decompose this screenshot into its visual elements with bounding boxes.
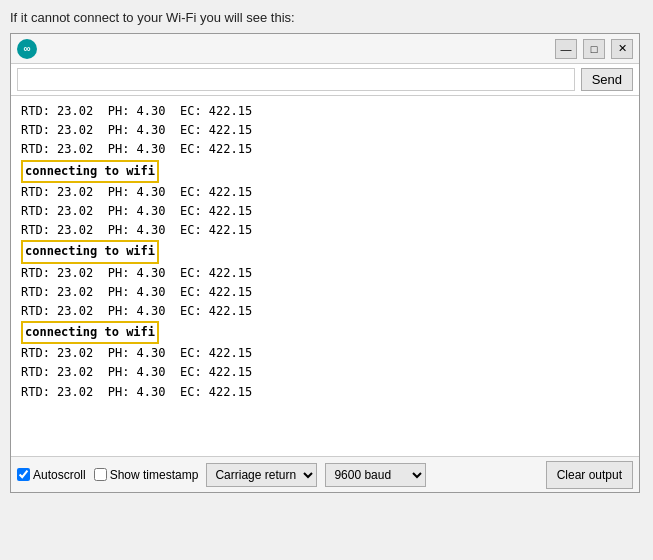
output-line: RTD: 23.02 PH: 4.30 EC: 422.15	[21, 102, 629, 121]
timestamp-checkbox[interactable]	[94, 468, 107, 481]
output-line: RTD: 23.02 PH: 4.30 EC: 422.15	[21, 121, 629, 140]
output-line: RTD: 23.02 PH: 4.30 EC: 422.15	[21, 264, 629, 283]
output-line: RTD: 23.02 PH: 4.30 EC: 422.15	[21, 344, 629, 363]
timestamp-checkbox-label[interactable]: Show timestamp	[94, 468, 199, 482]
title-bar: ∞ — □ ✕	[11, 34, 639, 64]
minimize-button[interactable]: —	[555, 39, 577, 59]
output-line: connecting to wifi	[21, 240, 629, 263]
output-line: RTD: 23.02 PH: 4.30 EC: 422.15	[21, 363, 629, 382]
serial-input[interactable]	[17, 68, 575, 91]
highlighted-output-line: connecting to wifi	[21, 321, 159, 344]
clear-output-button[interactable]: Clear output	[546, 461, 633, 489]
arduino-logo-icon: ∞	[17, 39, 37, 59]
intro-text: If it cannot connect to your Wi-Fi you w…	[10, 10, 643, 25]
output-area: RTD: 23.02 PH: 4.30 EC: 422.15RTD: 23.02…	[11, 96, 639, 456]
autoscroll-label: Autoscroll	[33, 468, 86, 482]
output-line: connecting to wifi	[21, 160, 629, 183]
carriage-return-select[interactable]: No line endingNewlineCarriage returnBoth…	[206, 463, 317, 487]
highlighted-output-line: connecting to wifi	[21, 160, 159, 183]
arduino-serial-monitor-window: ∞ — □ ✕ Send RTD: 23.02 PH: 4.30 EC: 422…	[10, 33, 640, 493]
status-bar: Autoscroll Show timestamp No line ending…	[11, 456, 639, 492]
autoscroll-checkbox-label[interactable]: Autoscroll	[17, 468, 86, 482]
baud-rate-select[interactable]: 300 baud1200 baud2400 baud4800 baud9600 …	[325, 463, 426, 487]
output-line: RTD: 23.02 PH: 4.30 EC: 422.15	[21, 202, 629, 221]
output-line: RTD: 23.02 PH: 4.30 EC: 422.15	[21, 283, 629, 302]
output-line: RTD: 23.02 PH: 4.30 EC: 422.15	[21, 183, 629, 202]
output-line: RTD: 23.02 PH: 4.30 EC: 422.15	[21, 383, 629, 402]
close-button[interactable]: ✕	[611, 39, 633, 59]
send-button[interactable]: Send	[581, 68, 633, 91]
window-controls: — □ ✕	[555, 39, 633, 59]
output-line: RTD: 23.02 PH: 4.30 EC: 422.15	[21, 140, 629, 159]
maximize-button[interactable]: □	[583, 39, 605, 59]
output-line: connecting to wifi	[21, 321, 629, 344]
input-bar: Send	[11, 64, 639, 96]
output-line: RTD: 23.02 PH: 4.30 EC: 422.15	[21, 302, 629, 321]
autoscroll-checkbox[interactable]	[17, 468, 30, 481]
output-line: RTD: 23.02 PH: 4.30 EC: 422.15	[21, 221, 629, 240]
logo-symbol: ∞	[23, 43, 30, 54]
highlighted-output-line: connecting to wifi	[21, 240, 159, 263]
timestamp-label: Show timestamp	[110, 468, 199, 482]
